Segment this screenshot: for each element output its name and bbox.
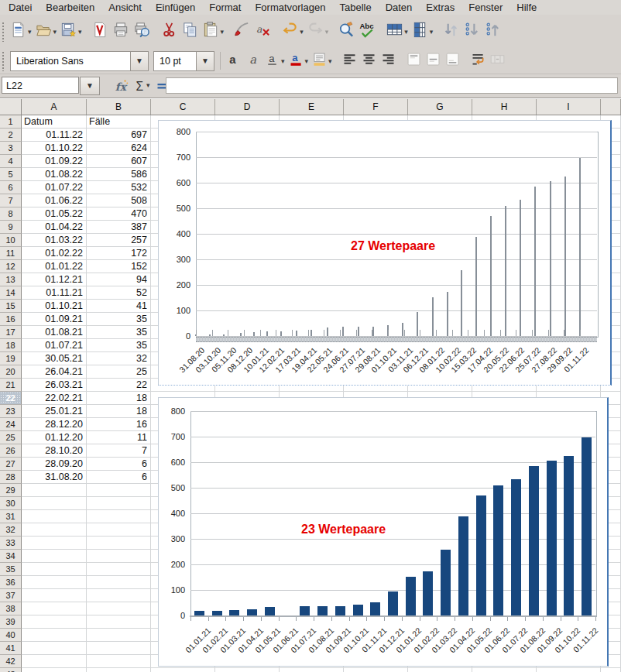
- cell-date[interactable]: 28.10.20: [22, 444, 87, 458]
- cell-value[interactable]: 508: [87, 194, 151, 207]
- cell-date[interactable]: 01.06.22: [22, 194, 87, 207]
- cell-value[interactable]: 35: [87, 313, 151, 326]
- menu-datei[interactable]: Datei: [2, 1, 39, 14]
- cell-date[interactable]: 26.03.21: [22, 379, 87, 392]
- cell-value[interactable]: 16: [87, 418, 151, 431]
- cell-date[interactable]: 01.07.21: [22, 339, 87, 352]
- highlight-color-button[interactable]: ▾: [310, 50, 333, 72]
- cell-date[interactable]: 30.05.21: [22, 352, 87, 365]
- chevron-down-icon[interactable]: ▾: [78, 28, 82, 36]
- font-color-button[interactable]: a▾: [287, 50, 310, 72]
- row-header-19[interactable]: 19: [0, 352, 22, 365]
- valign-bottom-button[interactable]: [444, 50, 461, 72]
- row-header-9[interactable]: 9: [0, 221, 22, 234]
- column-header-C[interactable]: C: [151, 99, 215, 115]
- sort-ascending-button[interactable]: [483, 21, 503, 43]
- cell[interactable]: [537, 668, 601, 672]
- row-header-11[interactable]: 11: [0, 247, 22, 260]
- cell[interactable]: [87, 615, 151, 629]
- cell-date[interactable]: 26.04.21: [22, 365, 87, 379]
- cell-value[interactable]: 470: [87, 207, 151, 221]
- font-size-combo[interactable]: 10 pt ▼: [153, 51, 214, 71]
- row-header-1[interactable]: 1: [0, 115, 22, 129]
- cell-value[interactable]: 152: [87, 260, 151, 273]
- cell-value[interactable]: 94: [87, 273, 151, 286]
- cell-date[interactable]: 01.04.22: [22, 221, 87, 234]
- row-header-5[interactable]: 5: [0, 168, 22, 181]
- cell-value[interactable]: 6: [87, 458, 151, 471]
- cell-date[interactable]: 01.01.22: [22, 260, 87, 273]
- row-header-12[interactable]: 12: [0, 260, 22, 273]
- menu-format[interactable]: Format: [202, 1, 248, 14]
- row-header-40[interactable]: 40: [0, 629, 22, 642]
- cell[interactable]: [87, 629, 151, 642]
- cell[interactable]: [22, 497, 87, 510]
- cell[interactable]: [87, 537, 151, 550]
- row-header-34[interactable]: 34: [0, 550, 22, 563]
- column-header-E[interactable]: E: [280, 99, 344, 115]
- row-header-32[interactable]: 32: [0, 523, 22, 537]
- row-header-8[interactable]: 8: [0, 207, 22, 221]
- row-header-37[interactable]: 37: [0, 589, 22, 602]
- cell[interactable]: [87, 602, 151, 615]
- cell-date[interactable]: 01.10.22: [22, 142, 87, 155]
- clone-formatting-button[interactable]: [232, 21, 252, 43]
- row-header-25[interactable]: 25: [0, 431, 22, 444]
- print-preview-button[interactable]: [132, 21, 152, 43]
- row-header-22[interactable]: 22: [0, 392, 22, 405]
- cell-date[interactable]: 25.01.21: [22, 405, 87, 418]
- open-button[interactable]: ▾: [34, 21, 58, 43]
- cell[interactable]: [87, 510, 151, 523]
- column-header-F[interactable]: F: [344, 99, 408, 115]
- column-header-I[interactable]: I: [537, 99, 601, 115]
- cell-date[interactable]: 01.12.20: [22, 431, 87, 444]
- row-header-36[interactable]: 36: [0, 576, 22, 589]
- cell-value[interactable]: 624: [87, 142, 151, 155]
- row-header-21[interactable]: 21: [0, 379, 22, 392]
- align-left-button[interactable]: [341, 50, 359, 72]
- cell-value[interactable]: 35: [87, 326, 151, 339]
- cell-date[interactable]: 01.08.21: [22, 326, 87, 339]
- bold-button[interactable]: a: [225, 50, 242, 72]
- chevron-down-icon[interactable]: ▼: [130, 52, 148, 70]
- cell[interactable]: [22, 642, 87, 655]
- cell[interactable]: [344, 668, 408, 672]
- cell[interactable]: [215, 668, 280, 672]
- cell[interactable]: [22, 576, 87, 589]
- cell-value[interactable]: 11: [87, 431, 151, 444]
- menu-ansicht[interactable]: Ansicht: [101, 1, 149, 14]
- cell-date[interactable]: 01.10.21: [22, 300, 87, 313]
- italic-button[interactable]: a: [244, 50, 262, 72]
- menu-hilfe[interactable]: Hilfe: [509, 1, 544, 14]
- cell-value[interactable]: 532: [87, 181, 151, 194]
- cell[interactable]: [22, 484, 87, 497]
- row-header-30[interactable]: 30: [0, 497, 22, 510]
- row-header-10[interactable]: 10: [0, 234, 22, 247]
- cut-button[interactable]: [160, 21, 179, 43]
- column-header-D[interactable]: D: [215, 99, 280, 115]
- column-header-partial[interactable]: [601, 99, 621, 115]
- chevron-down-icon[interactable]: ▾: [305, 57, 309, 65]
- font-name-combo[interactable]: Liberation Sans ▼: [10, 51, 149, 71]
- cell[interactable]: [22, 510, 87, 523]
- cell[interactable]: [22, 655, 87, 668]
- select-all-corner[interactable]: [0, 99, 22, 115]
- cell[interactable]: [87, 484, 151, 497]
- cell-date[interactable]: 28.12.20: [22, 418, 87, 431]
- chevron-down-icon[interactable]: ▾: [53, 28, 57, 36]
- menu-einfügen[interactable]: Einfügen: [149, 1, 202, 14]
- row-header-42[interactable]: 42: [0, 655, 22, 668]
- cell-value[interactable]: 697: [87, 129, 151, 142]
- row-header-6[interactable]: 6: [0, 181, 22, 194]
- cell[interactable]: [87, 642, 151, 655]
- cell[interactable]: [87, 497, 151, 510]
- cell[interactable]: [87, 655, 151, 668]
- cell-value[interactable]: 586: [87, 168, 151, 181]
- cell-value[interactable]: 18: [87, 405, 151, 418]
- wrap-text-button[interactable]: [469, 50, 487, 72]
- new-document-button[interactable]: ▾: [9, 21, 33, 43]
- cell-reference-box[interactable]: L22: [2, 77, 79, 94]
- cell[interactable]: [22, 602, 87, 615]
- chart-27-wertepaare[interactable]: 800700600500400300200100031.08.2003.10.2…: [158, 120, 612, 386]
- cell-value[interactable]: 257: [87, 234, 151, 247]
